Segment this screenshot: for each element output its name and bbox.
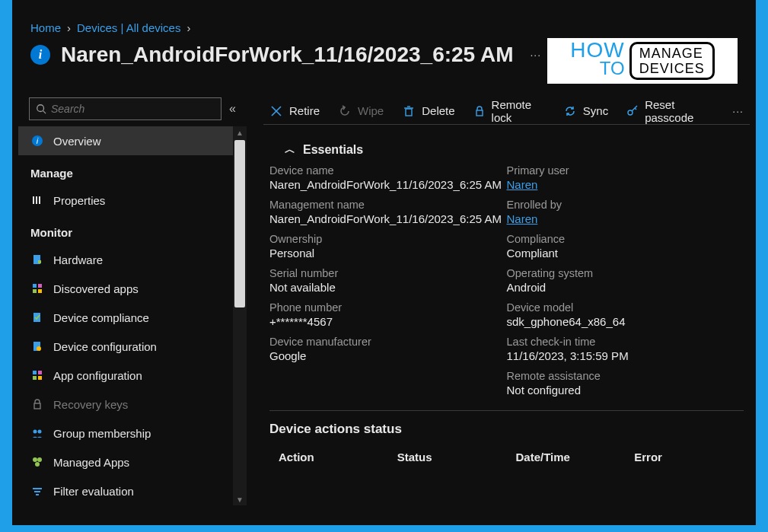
logo-text-how: HOW [570, 41, 624, 59]
page-header: i Naren_AndroidForWork_11/16/2023_6:25 A… [30, 43, 541, 67]
reset-passcode-button[interactable]: Reset passcode [626, 98, 714, 124]
property-value: Personal [269, 247, 507, 260]
svg-rect-5 [36, 196, 37, 204]
logo-text-to: TO [600, 59, 625, 78]
svg-point-22 [38, 430, 42, 434]
undo-icon [338, 104, 352, 118]
breadcrumb-devices[interactable]: Devices | All devices [77, 21, 180, 34]
sidebar-item-hardware[interactable]: Hardware [18, 245, 233, 274]
sidebar-item-device-configuration[interactable]: Device configuration [18, 332, 233, 361]
breadcrumb-home[interactable]: Home [30, 21, 61, 34]
chevron-right-icon: › [67, 21, 71, 34]
property-value: +*******4567 [269, 315, 507, 328]
sync-button[interactable]: Sync [563, 104, 608, 118]
property-label: Compliance [507, 233, 744, 245]
property-label: Device model [507, 301, 744, 314]
trash-icon [402, 104, 416, 118]
property-label: Primary user [507, 164, 744, 177]
scroll-down-icon[interactable]: ▼ [233, 493, 247, 505]
sidebar-item-group-membership[interactable]: Group membership [18, 419, 233, 448]
actions-table-header: Action Status Date/Time Error [269, 446, 744, 468]
sidebar-item-managed-apps[interactable]: Managed Apps [18, 448, 233, 476]
scroll-thumb[interactable] [234, 140, 245, 307]
property-last-check-in-time: Last check-in time11/16/2023, 3:15:59 PM [507, 336, 744, 362]
properties-icon [30, 193, 44, 207]
property-value: Naren_AndroidForWork_11/16/2023_6:25 AM [269, 212, 507, 225]
property-phone-number: Phone number+*******4567 [269, 301, 507, 328]
property-serial-number: Serial numberNot available [269, 267, 507, 294]
svg-rect-12 [38, 289, 42, 293]
property-value: Not available [269, 281, 507, 294]
sidebar-section: Monitor [18, 219, 233, 245]
sidebar-search[interactable] [29, 97, 221, 120]
managed-apps-icon [30, 455, 44, 469]
sidebar-item-label: Hardware [53, 253, 103, 266]
device-compliance-icon [30, 311, 44, 324]
svg-rect-11 [33, 289, 37, 293]
col-datetime: Date/Time [507, 446, 626, 468]
svg-rect-6 [39, 196, 40, 204]
collapse-sidebar-button[interactable]: « [229, 102, 236, 116]
page-title: Naren_AndroidForWork_11/16/2023_6:25 AM [61, 43, 513, 67]
property-value: Naren_AndroidForWork_11/16/2023_6:25 AM [269, 178, 507, 191]
property-device-manufacturer: Device manufacturerGoogle [269, 336, 507, 362]
svg-line-36 [632, 106, 637, 111]
svg-line-37 [635, 108, 636, 110]
property-link[interactable]: Naren [507, 212, 538, 225]
discovered-apps-icon [30, 282, 44, 295]
remote-lock-button[interactable]: Remote lock [473, 98, 545, 124]
svg-rect-9 [33, 284, 37, 288]
sidebar-item-label: Recovery keys [53, 398, 128, 411]
sync-icon [563, 104, 577, 118]
toolbar-more[interactable]: ··· [732, 105, 744, 117]
chevron-right-icon: › [186, 21, 190, 34]
sidebar-item-label: Group membership [53, 427, 151, 440]
sidebar-item-app-configuration[interactable]: App configuration [18, 361, 233, 390]
property-ownership: OwnershipPersonal [269, 233, 507, 260]
property-link[interactable]: Naren [507, 178, 538, 191]
hardware-icon [30, 253, 44, 266]
scroll-up-icon[interactable]: ▲ [233, 126, 247, 139]
svg-rect-27 [34, 491, 40, 492]
sidebar-item-device-compliance[interactable]: Device compliance [18, 303, 233, 332]
sidebar-item-properties[interactable]: Properties [18, 186, 233, 215]
delete-button[interactable]: Delete [402, 104, 454, 118]
sidebar-item-recovery-keys: Recovery keys [18, 390, 233, 419]
col-action: Action [269, 446, 388, 468]
recovery-keys-icon [30, 397, 44, 411]
property-remote-assistance: Remote assistanceNot configured [507, 370, 744, 397]
essentials-grid: Device nameNaren_AndroidForWork_11/16/20… [269, 164, 744, 404]
sidebar-item-label: Managed Apps [53, 456, 129, 469]
property-enrolled-by: Enrolled byNaren [507, 199, 744, 225]
svg-rect-4 [33, 196, 34, 204]
search-input[interactable] [51, 103, 215, 115]
essentials-toggle[interactable]: ︿ Essentials [285, 143, 744, 157]
retire-button[interactable]: Retire [269, 104, 320, 118]
search-icon [36, 104, 46, 114]
sidebar-scrollbar[interactable]: ▲ ▼ [233, 126, 247, 505]
col-status: Status [388, 446, 507, 468]
sidebar-item-overview[interactable]: iOverview [18, 126, 233, 155]
property-value: sdk_gphone64_x86_64 [507, 315, 744, 328]
property-value: Google [269, 349, 507, 362]
property-label: Operating system [507, 267, 744, 279]
title-more[interactable]: ··· [530, 49, 541, 61]
property-label: Remote assistance [507, 370, 744, 382]
sidebar-item-label: Device configuration [53, 340, 157, 353]
col-error: Error [625, 446, 744, 468]
property-label: Management name [269, 199, 507, 211]
app-configuration-icon [30, 368, 44, 382]
main-content: Retire Wipe Delete Remote lock Sync Rese… [263, 97, 750, 512]
filter-evaluation-icon [30, 484, 44, 498]
svg-rect-31 [406, 109, 412, 116]
property-label: Device name [269, 164, 507, 177]
property-management-name: Management nameNaren_AndroidForWork_11/1… [269, 199, 507, 225]
sidebar-item-discovered-apps[interactable]: Discovered apps [18, 274, 233, 303]
property-label: Serial number [269, 267, 507, 279]
svg-rect-28 [36, 494, 39, 495]
sidebar-item-filter-evaluation[interactable]: Filter evaluation [18, 476, 233, 505]
property-value: Compliant [507, 247, 744, 260]
wipe-button: Wipe [338, 104, 384, 118]
sidebar-item-label: App configuration [53, 369, 142, 382]
property-value: Android [507, 281, 744, 294]
